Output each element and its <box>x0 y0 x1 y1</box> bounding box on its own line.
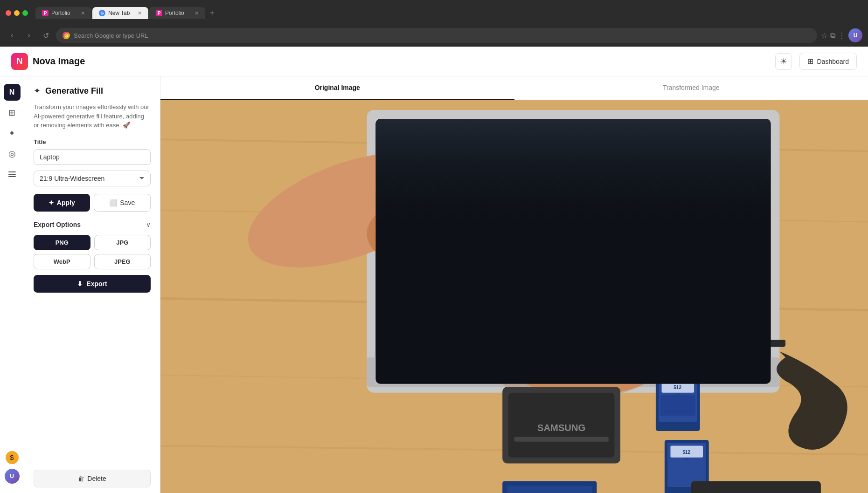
app-navbar: N Nova Image ☀ ⊞ Dashboard <box>0 47 868 76</box>
tab-title-3: Portolio <box>165 10 184 16</box>
svg-text:GB: GB <box>684 457 689 461</box>
tab-transformed-image[interactable]: Transformed Image <box>514 76 868 100</box>
sidebar-bottom: $ U <box>5 451 20 489</box>
save-button[interactable]: ⬜ Save <box>94 194 151 212</box>
browser-tab-1[interactable]: P Portolio ✕ <box>35 7 91 19</box>
sidebar-item-star[interactable]: ✦ <box>4 125 21 142</box>
user-avatar-sidebar[interactable]: U <box>5 469 20 484</box>
icon-sidebar: N ⊞ ✦ ◎ $ U <box>0 76 24 493</box>
address-bar[interactable]: G Search Google or type URL <box>56 28 817 43</box>
brand-name: Nova Image <box>33 56 85 67</box>
reload-button[interactable]: ↺ <box>39 29 52 42</box>
tab-close-3[interactable]: ✕ <box>194 10 199 16</box>
export-options-header: Export Options ∨ <box>34 221 151 228</box>
svg-text:SAMSUNG: SAMSUNG <box>537 423 585 433</box>
format-jpg-button[interactable]: JPG <box>94 235 151 250</box>
panel-sidebar: ✦ Generative Fill Transform your images … <box>24 76 160 493</box>
browser-tabs: P Portolio ✕ G New Tab ✕ P Portolio ✕ + <box>35 7 862 19</box>
delete-button[interactable]: 🗑 Delete <box>34 470 151 487</box>
close-traffic-light[interactable] <box>6 10 11 16</box>
tab-title-1: Portolio <box>51 10 70 16</box>
svg-rect-70 <box>691 481 821 493</box>
export-button[interactable]: ⬇ Export <box>34 275 151 293</box>
theme-toggle-button[interactable]: ☀ <box>775 53 792 70</box>
svg-rect-56 <box>514 437 609 442</box>
browser-chrome: P Portolio ✕ G New Tab ✕ P Portolio ✕ + <box>0 0 868 26</box>
trash-icon: 🗑 <box>78 475 84 482</box>
svg-rect-69 <box>507 486 592 493</box>
forward-button[interactable]: › <box>22 29 35 42</box>
panel-description: Transform your images effortlessly with … <box>34 103 151 130</box>
save-icon: ⬜ <box>109 199 117 206</box>
format-png-button[interactable]: PNG <box>34 235 90 250</box>
nav-extras: ☆ ⧉ ⋮ U <box>821 28 862 42</box>
aspect-ratio-select[interactable]: 21:9 Ultra-Widescreen 16:9 Widescreen 4:… <box>34 171 151 186</box>
tab-close-2[interactable]: ✕ <box>138 10 142 16</box>
format-jpeg-button[interactable]: JPEG <box>94 254 151 269</box>
extensions-icon[interactable]: ⧉ <box>830 31 835 40</box>
coin-badge[interactable]: $ <box>6 451 19 464</box>
svg-rect-73 <box>375 119 771 237</box>
format-grid: PNG JPG WebP JPEG <box>34 235 151 269</box>
sidebar-item-grid[interactable]: ⊞ <box>4 104 21 121</box>
app-container: N Nova Image ☀ ⊞ Dashboard N ⊞ ✦ ◎ <box>0 47 868 493</box>
title-field-label: Title <box>34 138 151 145</box>
navbar-right: ☀ ⊞ Dashboard <box>775 53 857 70</box>
dashboard-grid-icon: ⊞ <box>807 57 813 66</box>
sidebar-item-n[interactable]: N <box>4 84 21 101</box>
brand-logo: N <box>11 53 28 70</box>
tab-favicon-1: P <box>42 10 49 16</box>
maximize-traffic-light[interactable] <box>22 10 28 16</box>
panel-title: Generative Fill <box>45 86 103 96</box>
brand: N Nova Image <box>11 53 85 70</box>
sidebar-item-sliders[interactable] <box>4 166 21 183</box>
tab-original-image[interactable]: Original Image <box>160 76 514 100</box>
title-input[interactable] <box>34 149 151 165</box>
minimize-traffic-light[interactable] <box>14 10 20 16</box>
back-button[interactable]: ‹ <box>6 29 19 42</box>
new-tab-button[interactable]: + <box>206 7 218 19</box>
browser-tab-3[interactable]: P Portolio ✕ <box>149 7 205 19</box>
image-area: Original Image Transformed Image <box>160 76 868 493</box>
browser-nav: ‹ › ↺ G Search Google or type URL ☆ ⧉ ⋮ … <box>0 26 868 47</box>
google-icon: G <box>62 32 70 39</box>
panel-bottom: 🗑 Delete <box>34 462 151 487</box>
tab-favicon-3: P <box>156 10 162 16</box>
bookmark-icon[interactable]: ☆ <box>821 31 827 40</box>
image-display: SAMSUNG 512 GB 512 <box>160 100 868 493</box>
dashboard-button[interactable]: ⊞ Dashboard <box>799 53 857 70</box>
sidebar-item-circle[interactable]: ◎ <box>4 145 21 162</box>
traffic-lights <box>6 10 28 16</box>
main-layout: N ⊞ ✦ ◎ $ U ✦ Generative Fill Trans <box>0 76 868 493</box>
export-chevron-icon[interactable]: ∨ <box>146 221 151 228</box>
image-container: SAMSUNG 512 GB 512 <box>160 100 868 493</box>
svg-text:512: 512 <box>682 450 690 455</box>
tab-title-2: New Tab <box>108 10 130 16</box>
address-bar-text: Search Google or type URL <box>74 32 148 39</box>
apply-button[interactable]: ✦ Apply <box>34 194 90 212</box>
format-webp-button[interactable]: WebP <box>34 254 90 269</box>
brand-letter: N <box>17 56 23 66</box>
generative-fill-icon: ✦ <box>34 86 41 96</box>
dashboard-label: Dashboard <box>817 58 849 65</box>
action-buttons: ✦ Apply ⬜ Save <box>34 194 151 212</box>
user-avatar[interactable]: U <box>848 28 862 42</box>
wand-icon: ✦ <box>49 199 54 206</box>
download-icon: ⬇ <box>77 280 83 288</box>
tab-close-1[interactable]: ✕ <box>81 10 85 16</box>
svg-rect-62 <box>660 395 695 416</box>
image-tabs: Original Image Transformed Image <box>160 76 868 100</box>
tab-favicon-2: G <box>99 10 105 16</box>
panel-header: ✦ Generative Fill <box>34 86 151 96</box>
browser-tab-2[interactable]: G New Tab ✕ <box>92 7 148 19</box>
menu-icon[interactable]: ⋮ <box>838 31 846 40</box>
svg-text:512: 512 <box>674 385 681 390</box>
export-options-label: Export Options <box>34 221 81 228</box>
